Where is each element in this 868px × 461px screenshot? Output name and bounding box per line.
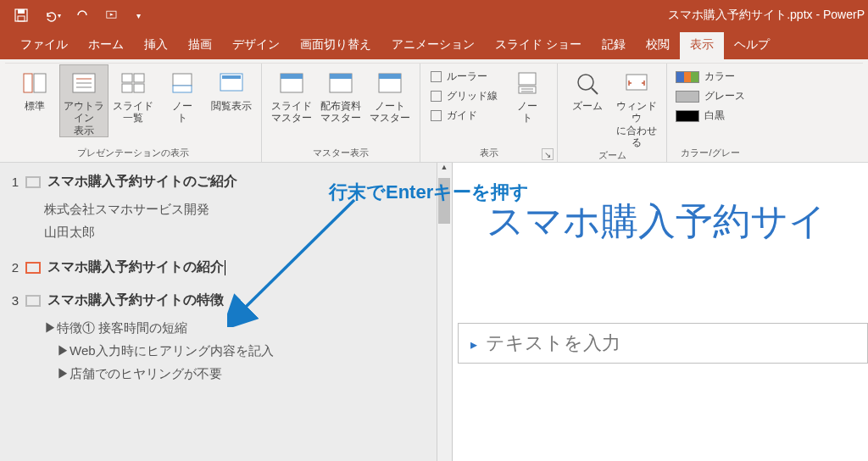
ribbon-btn-アウトライン表示[interactable]: アウトライン 表示 [59,64,108,137]
tab-描画[interactable]: 描画 [178,32,222,59]
color-label: グレース [704,89,745,103]
ribbon-btn-label: スライド マスター [271,100,312,125]
qat-save-button[interactable] [8,3,34,27]
qat-customize-button[interactable]: ▾ [131,3,146,27]
svg-rect-25 [519,86,536,93]
slide-body-text: テキストを入力 [486,332,620,353]
notes-button[interactable]: ノー ト [503,64,552,125]
ribbon-icon [623,69,650,97]
svg-rect-4 [24,74,32,92]
slide-body-placeholder[interactable]: ▸テキストを入力 [458,323,868,364]
ribbon-icon [574,69,601,97]
slide-number: 2 [7,260,19,275]
ribbon-btn-label: 配布資料 マスター [320,100,361,125]
group-label: マスター表示 [313,147,369,159]
ribbon-btn-label: 標準 [25,100,45,112]
tab-記録[interactable]: 記録 [592,32,636,59]
qat-slideshow-button[interactable] [100,3,125,27]
color-option-白黒[interactable]: 白黒 [676,108,745,123]
svg-rect-10 [122,74,132,82]
outline-pane[interactable]: 1スマホ購入予約サイトのご紹介株式会社スマホサービス開発山田太郎2スマホ購入予約… [0,163,453,461]
group-label: カラー/グレー [681,147,739,159]
ribbon-btn-label: ノート マスター [370,100,410,125]
group-label: 表示 [480,147,498,159]
group-label: プレゼンテーションの表示 [77,147,189,159]
slide-icon [25,295,41,307]
color-label: 白黒 [704,108,725,123]
color-option-カラー[interactable]: カラー [676,69,745,84]
ribbon-btn-標準[interactable]: 標準 [10,64,59,112]
ribbon-btn-ノートマスター[interactable]: ノート マスター [365,64,415,125]
slide-preview: スマホ購入予約サイ ▸テキストを入力 [453,163,868,461]
svg-rect-14 [173,74,192,86]
qat-redo-button[interactable] [70,3,95,27]
ribbon-btn-label: スライド 一覧 [113,100,153,125]
slide-icon [25,262,41,274]
slide-icon [25,176,41,188]
tab-表示[interactable]: 表示 [680,32,724,59]
ribbon-group-show: ルーラーグリッド線ガイド ノー ト 表示↘ [420,63,558,162]
ribbon-icon [169,69,196,97]
ribbon-btn-スライドマスター[interactable]: スライド マスター [267,64,316,125]
outline-slide-body[interactable]: ▶特徴① 接客時間の短縮 ▶Web入力時にヒアリング内容を記入 ▶店舗でのヒヤリ… [44,316,445,385]
notes-label: ノー ト [517,100,537,125]
tab-スライド ショー[interactable]: スライド ショー [485,32,592,59]
ribbon-icon [327,69,354,97]
dialog-launcher-icon[interactable]: ↘ [542,148,554,160]
slide-number: 1 [7,175,19,189]
outline-slide-title[interactable]: スマホ購入予約サイトの特徴 [47,292,224,309]
ribbon-btn-label: ウィンドウ に合わせる [612,100,661,149]
slide-title-text: スマホ購入予約サイ [487,197,868,247]
svg-rect-2 [18,16,25,21]
checkbox-ガイド[interactable]: ガイド [431,108,498,123]
svg-rect-12 [122,84,132,92]
tab-校閲[interactable]: 校閲 [636,32,680,59]
bullet-icon: ▸ [470,337,477,352]
ribbon-btn-閲覧表示[interactable]: 閲覧表示 [207,64,256,112]
color-label: カラー [704,69,735,84]
svg-rect-23 [379,74,401,79]
checkbox-icon [431,71,442,82]
tab-デザイン[interactable]: デザイン [222,32,290,59]
tab-ホーム[interactable]: ホーム [78,32,134,59]
svg-rect-1 [18,9,25,14]
checkbox-label: グリッド線 [447,89,498,103]
svg-rect-17 [222,75,241,79]
outline-slide-title[interactable]: スマホ購入予約サイトの紹介 [47,258,225,276]
ribbon-btn-label: ズーム [572,100,603,112]
window-title: スマホ購入予約サイト.pptx - PowerP [668,8,868,23]
ribbon-btn-配布資料マスター[interactable]: 配布資料 マスター [316,64,365,125]
ribbon-btn-ノート[interactable]: ノー ト [158,64,207,125]
outline-slide-2[interactable]: 2スマホ購入予約サイトの紹介 [7,258,445,276]
scroll-up-icon[interactable]: ▲ [438,163,450,176]
slide-number: 3 [7,293,19,308]
outline-scrollbar[interactable]: ▲ [437,163,452,461]
svg-rect-21 [330,74,352,79]
tab-ファイル[interactable]: ファイル [10,32,78,59]
svg-rect-15 [173,86,192,92]
outline-slide-3[interactable]: 3スマホ購入予約サイトの特徴▶特徴① 接客時間の短縮 ▶Web入力時にヒアリング… [7,292,445,385]
ribbon-btn-label: ノー ト [172,100,192,125]
swatch-icon [676,110,699,122]
tab-画面切り替え[interactable]: 画面切り替え [290,32,381,59]
ribbon-group-zoom: ズームウィンドウ に合わせる ズーム [558,63,667,162]
outline-slide-title[interactable]: スマホ購入予約サイトのご紹介 [47,173,237,191]
svg-point-28 [578,75,593,90]
svg-rect-19 [281,74,303,79]
group-label: ズーム [598,149,626,162]
tab-アニメーション[interactable]: アニメーション [381,32,485,59]
ribbon-icon [278,69,305,97]
ribbon-btn-ウィンドウに合わせる[interactable]: ウィンドウ に合わせる [612,64,661,149]
swatch-icon [676,91,699,103]
color-option-グレース[interactable]: グレース [676,89,745,103]
tab-挿入[interactable]: 挿入 [134,32,178,59]
ribbon-icon [120,69,147,97]
checkbox-グリッド線[interactable]: グリッド線 [431,89,498,103]
svg-rect-24 [519,73,536,85]
tab-ヘルプ[interactable]: ヘルプ [724,32,780,59]
qat-undo-button[interactable]: ▾ [39,3,64,27]
ribbon-btn-ズーム[interactable]: ズーム [563,64,612,112]
checkbox-ルーラー[interactable]: ルーラー [431,69,498,84]
ribbon-btn-スライド一覧[interactable]: スライド 一覧 [108,64,158,125]
checkbox-label: ルーラー [447,69,487,84]
